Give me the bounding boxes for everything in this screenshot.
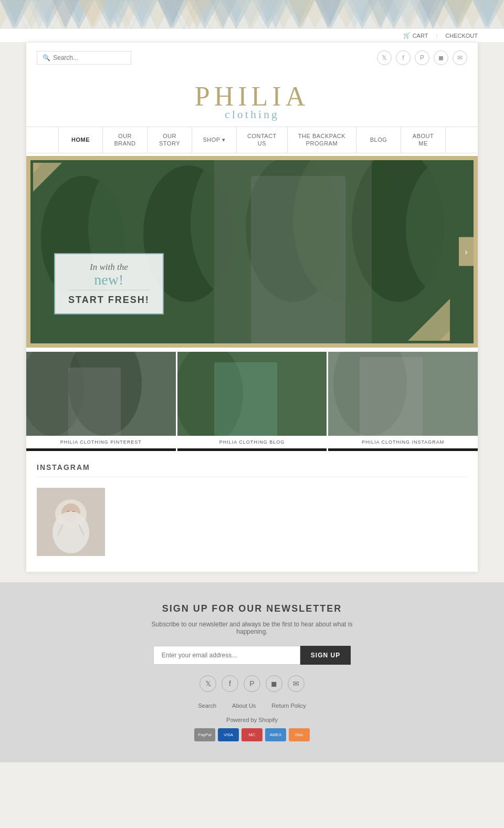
logo-subtitle: clothing: [26, 108, 478, 121]
product-card-instagram-label: PHILIA CLOTHING INSTAGRAM: [328, 436, 478, 448]
search-icon: 🔍: [43, 54, 50, 61]
powered-by: Powered by Shopify: [10, 717, 494, 723]
payment-icon-paypal: PayPal: [194, 728, 215, 741]
logo-area: PHILIA clothing: [26, 73, 478, 127]
footer-pinterest-icon[interactable]: P: [244, 675, 260, 692]
nav-item-blog[interactable]: BLOG: [356, 127, 401, 153]
newsletter-email-input[interactable]: [153, 646, 300, 665]
newsletter-form: SIGN UP: [10, 646, 494, 665]
svg-rect-57: [68, 368, 121, 436]
cart-icon: 🛒: [403, 32, 411, 39]
email-icon[interactable]: ✉: [453, 50, 467, 65]
checkout-label: CHECKOUT: [445, 33, 478, 39]
payment-icon-visa: VISA: [218, 728, 239, 741]
svg-point-67: [52, 511, 89, 553]
instagram-title: INSTAGRAM: [37, 463, 467, 477]
search-box: 🔍: [37, 51, 131, 65]
nav-item-shop[interactable]: SHOP ▾: [192, 127, 237, 153]
product-card-blog-bar: [177, 448, 327, 451]
payment-icon-mc: MC: [242, 728, 262, 741]
footer-email-icon[interactable]: ✉: [288, 675, 304, 692]
footer-social-icons: 𝕏 f P ◼ ✉: [10, 675, 494, 692]
newsletter-signup-button[interactable]: SIGN UP: [300, 646, 351, 665]
nav-item-backpack[interactable]: THE BACKPACKPROGRAM: [288, 127, 356, 153]
newsletter-title: SIGN UP FOR OUR NEWSLETTER: [10, 603, 494, 614]
footer-facebook-icon[interactable]: f: [222, 675, 238, 692]
nav-item-our-story[interactable]: OURSTORY: [148, 127, 192, 153]
hero-text-line1: In with the: [68, 262, 150, 272]
product-card-pinterest-label: PHILIA CLOTHING PINTEREST: [26, 436, 176, 448]
cart-label: CART: [413, 33, 428, 39]
cart-link[interactable]: 🛒 CART: [403, 32, 428, 39]
product-card-instagram-bar: [328, 448, 478, 451]
instagram-photo-1[interactable]: [37, 488, 105, 556]
main-nav: HOME OURBRAND OURSTORY SHOP ▾ CONTACTUS …: [26, 127, 478, 153]
hero-text-new: new!: [68, 272, 150, 287]
hero-banner: In with the new! START FRESH! ›: [26, 156, 478, 348]
product-card-blog[interactable]: PHILIA CLOTHING BLOG: [177, 352, 327, 451]
corner-decoration-br: [408, 299, 450, 341]
top-banner: [0, 0, 504, 29]
nav-item-contact[interactable]: CONTACTUS: [237, 127, 288, 153]
footer-link-return[interactable]: Return Policy: [271, 703, 306, 709]
footer-instagram-icon[interactable]: ◼: [266, 675, 282, 692]
footer-link-about[interactable]: About Us: [232, 703, 256, 709]
facebook-icon[interactable]: f: [396, 50, 411, 65]
footer-links: Search About Us Return Policy: [10, 703, 494, 709]
pinterest-icon[interactable]: P: [415, 50, 429, 65]
nav-item-our-brand[interactable]: OURBRAND: [103, 127, 148, 153]
product-card-pinterest-bar: [26, 448, 176, 451]
nav-item-about[interactable]: ABOUTME: [401, 127, 446, 153]
product-card-blog-label: PHILIA CLOTHING BLOG: [177, 436, 327, 448]
footer-link-search[interactable]: Search: [198, 703, 216, 709]
hero-text-line2: START FRESH!: [68, 290, 150, 306]
search-input[interactable]: [53, 54, 127, 61]
twitter-icon[interactable]: 𝕏: [377, 50, 392, 65]
instagram-section: INSTAGRAM: [26, 453, 478, 572]
svg-rect-63: [360, 357, 423, 436]
svg-rect-46: [251, 176, 345, 343]
hero-next-arrow[interactable]: ›: [459, 237, 474, 266]
svg-rect-60: [214, 362, 277, 436]
footer-twitter-icon[interactable]: 𝕏: [200, 675, 216, 692]
payment-icon-discover: Disc: [289, 728, 310, 741]
svg-marker-51: [408, 299, 450, 341]
header-social-icons: 𝕏 f P ◼ ✉: [377, 50, 467, 65]
checkout-link[interactable]: CHECKOUT: [445, 33, 478, 39]
corner-decoration-tl: [33, 163, 62, 192]
nav-item-home[interactable]: HOME: [58, 127, 103, 153]
hero-text-box: In with the new! START FRESH!: [54, 253, 164, 315]
newsletter-description: Subscribe to our newsletter and always b…: [147, 621, 357, 635]
payment-icons: PayPal VISA MC AMEX Disc: [10, 728, 494, 741]
instagram-grid: [37, 483, 467, 561]
product-card-instagram[interactable]: PHILIA CLOTHING INSTAGRAM: [328, 352, 478, 451]
payment-icon-amex: AMEX: [265, 728, 286, 741]
product-cards: PHILIA CLOTHING PINTEREST PHILIA CLOTHIN…: [26, 350, 478, 453]
header: 🔍 𝕏 f P ◼ ✉: [26, 43, 478, 73]
footer-newsletter: SIGN UP FOR OUR NEWSLETTER Subscribe to …: [0, 582, 504, 762]
instagram-icon[interactable]: ◼: [434, 50, 448, 65]
product-card-pinterest[interactable]: PHILIA CLOTHING PINTEREST: [26, 352, 176, 451]
